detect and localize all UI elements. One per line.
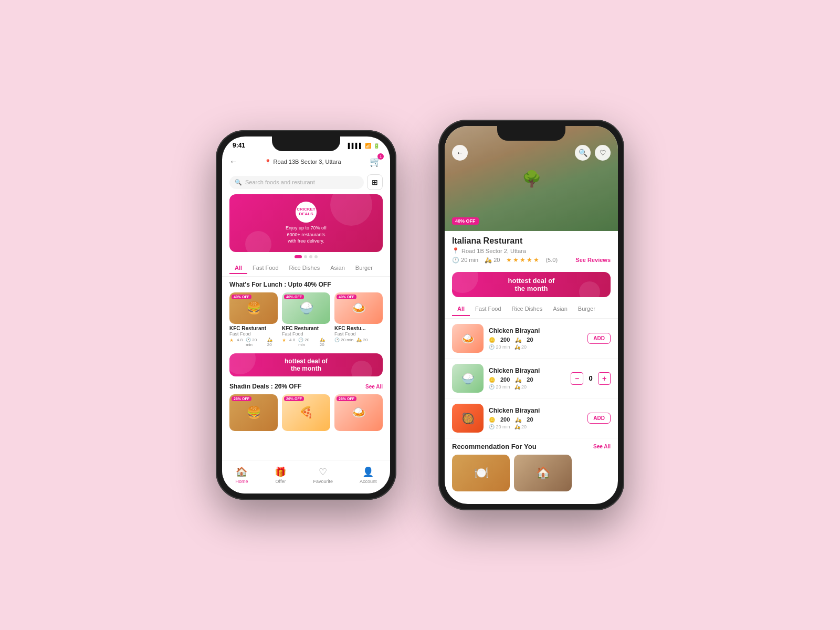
recommendation-card[interactable]: 🍽️ — [452, 455, 510, 491]
location-text: Road 13B Sector 3, Uttara — [273, 159, 341, 165]
price-row: 🪙 200 🛵 20 — [489, 337, 582, 343]
delivery-meta: 🛵 20 — [514, 384, 527, 390]
recommendation-header: Recommendation For You See All — [445, 438, 618, 453]
search-box[interactable]: 🔍 Search foods and resturant — [229, 176, 364, 189]
notch-1 — [272, 136, 340, 151]
cart-button[interactable]: 🛒 1 — [368, 154, 383, 169]
wifi-icon: 📶 — [365, 143, 371, 149]
rating: 4.8 — [237, 338, 243, 347]
delivery-meta: 🛵 20 — [514, 424, 527, 429]
p2-tab-burger[interactable]: Burger — [573, 302, 601, 316]
nav-home[interactable]: 🏠 Home — [235, 466, 248, 484]
menu-item-image: 🍚 — [452, 364, 484, 393]
tab-all[interactable]: All — [229, 262, 247, 274]
nav-favourite[interactable]: ♡ Favourite — [313, 466, 333, 484]
menu-item-info: Chicken Birayani 🪙 200 🛵 20 🕐 20 min 🛵 2… — [489, 327, 582, 350]
nav-home-label: Home — [235, 479, 248, 484]
restaurant-card[interactable]: 🍔 40% OFF KFC Resturant Fast Food ★ 4.8 … — [229, 292, 278, 347]
filter-button[interactable]: ⊞ — [367, 174, 383, 190]
dot-4[interactable] — [314, 255, 318, 258]
tab-rice[interactable]: Rice Dishes — [284, 262, 326, 274]
delivery-price: 20 — [527, 337, 533, 343]
nav-offer[interactable]: 🎁 Offer — [275, 466, 286, 484]
off-badge: 40% OFF — [232, 295, 251, 299]
restaurant-meta: 🕐 20 min 🛵 20 — [334, 338, 383, 342]
p2-tab-asian[interactable]: Asian — [548, 302, 573, 316]
recommendation-see-all[interactable]: See All — [593, 444, 611, 449]
back-icon: ← — [456, 149, 464, 157]
deal-off-badge: 26% OFF — [284, 396, 304, 401]
search-button[interactable]: 🔍 — [575, 145, 591, 161]
menu-item-image: 🥘 — [452, 404, 484, 433]
tab-fastfood[interactable]: Fast Food — [247, 262, 284, 274]
delivery-icon: 🛵 — [515, 417, 521, 423]
location-icon: 📍 — [265, 159, 271, 165]
star-1: ★ — [506, 256, 512, 264]
header-1: ← 📍 Road 13B Sector 3, Uttara 🛒 1 — [222, 151, 390, 172]
time: 🕐 20 min — [334, 338, 353, 342]
price-row: 🪙 200 🛵 20 — [489, 376, 565, 383]
deal-off-badge: 26% OFF — [337, 396, 356, 401]
p2-tab-all[interactable]: All — [452, 302, 470, 316]
restaurant-type: Fast Food — [282, 331, 330, 337]
deal-card[interactable]: 🍕 26% OFF — [282, 394, 330, 431]
add-to-cart-button[interactable]: ADD — [587, 333, 611, 344]
menu-item-info: Chicken Birayani 🪙 200 🛵 20 🕐 20 min 🛵 2… — [489, 367, 565, 390]
nav-account[interactable]: 👤 Account — [360, 466, 377, 484]
star-2: ★ — [513, 256, 519, 264]
deal-card[interactable]: 🍛 26% OFF — [334, 394, 383, 431]
p2-tab-fastfood[interactable]: Fast Food — [470, 302, 507, 316]
offer-icon: 🎁 — [275, 466, 286, 478]
dot-3[interactable] — [309, 255, 312, 258]
search-icon: 🔍 — [579, 149, 587, 157]
tab-burger[interactable]: Burger — [350, 262, 378, 274]
delivery-price: 20 — [527, 376, 533, 383]
hottest-text-p2: hottest deal of the month — [508, 277, 555, 292]
nav-offer-label: Offer — [276, 479, 286, 484]
time-meta: 🕐 20 min — [489, 424, 510, 429]
currency-icon: 🪙 — [489, 337, 495, 343]
restaurant-meta: ★ 4.8 🕐 20 min 🛵 20 — [229, 338, 278, 347]
deal-card[interactable]: 🍔 26% OFF — [229, 394, 278, 431]
decrement-button[interactable]: − — [571, 372, 583, 385]
favourite-button[interactable]: ♡ — [595, 145, 611, 161]
quantity-control: − 0 + — [571, 372, 611, 385]
dot-2[interactable] — [304, 255, 307, 258]
delivery-meta: 🛵 20 — [514, 344, 527, 350]
deal-cards-row: 🍔 26% OFF 🍕 26% OFF 🍛 26% OFF — [222, 392, 390, 433]
banner-logo: CRICKET DEALS — [296, 202, 317, 223]
time-meta: 🕐 20 min — [489, 344, 510, 350]
restaurant-card[interactable]: 🍛 40% OFF KFC Restu... Fast Food 🕐 20 mi… — [334, 292, 383, 347]
see-reviews-button[interactable]: See Reviews — [575, 257, 611, 263]
signal-icon: ▌▌▌▌ — [348, 143, 363, 149]
back-button[interactable]: ← — [229, 157, 238, 166]
status-icons-1: ▌▌▌▌ 📶 🔋 — [348, 143, 380, 149]
dot-1[interactable] — [295, 255, 302, 258]
location-icon: 📍 — [452, 247, 459, 254]
restaurant-name: KFC Resturant — [229, 326, 278, 331]
hottest-deal-banner-p2[interactable]: hottest deal of the month — [452, 272, 611, 297]
menu-item: 🍛 Chicken Birayani 🪙 200 🛵 20 🕐 20 min 🛵… — [445, 319, 618, 359]
time: 🕐 20 min — [298, 338, 317, 347]
restaurant-cards-row: 🍔 40% OFF KFC Resturant Fast Food ★ 4.8 … — [222, 290, 390, 349]
menu-category-tabs: All Fast Food Rice Dishes Asian Burger — [445, 300, 618, 319]
tab-asian[interactable]: Asian — [325, 262, 350, 274]
back-button[interactable]: ← — [452, 145, 468, 161]
phone-1: 9:41 ▌▌▌▌ 📶 🔋 ← 📍 Road 13B Sector 3, Utt… — [216, 130, 396, 500]
star-5: ★ — [533, 256, 539, 264]
add-to-cart-button[interactable]: ADD — [587, 413, 611, 424]
search-row: 🔍 Search foods and resturant ⊞ — [222, 172, 390, 194]
star-icon: ★ — [229, 338, 234, 347]
price: 200 — [500, 337, 510, 343]
hottest-deal-banner[interactable]: hottest deal of the month — [229, 353, 383, 376]
see-all-button[interactable]: See All — [365, 384, 383, 390]
recommendation-title: Recommendation For You — [452, 443, 537, 450]
search-icon: 🔍 — [235, 179, 242, 186]
increment-button[interactable]: + — [598, 372, 611, 385]
recommendation-card[interactable]: 🏠 — [514, 455, 572, 491]
restaurant-type: Fast Food — [334, 331, 383, 337]
restaurant-card[interactable]: 🍚 40% OFF KFC Resturant Fast Food ★ 4.8 … — [282, 292, 330, 347]
currency-icon: 🪙 — [489, 417, 495, 423]
promo-banner[interactable]: CRICKET DEALS Enjoy up to 70% off 6000+ … — [229, 194, 383, 252]
p2-tab-rice[interactable]: Rice Dishes — [507, 302, 548, 316]
